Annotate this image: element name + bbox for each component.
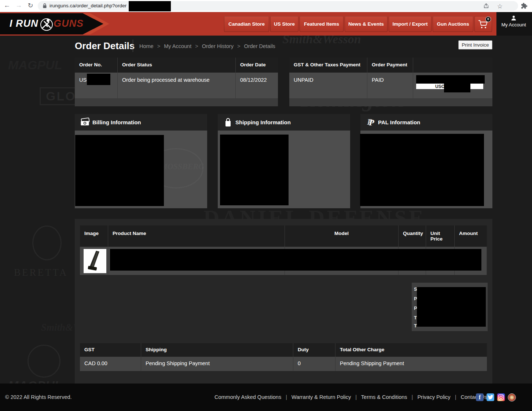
- column-header-quantity: Quantity: [399, 225, 426, 247]
- person-icon: [510, 15, 517, 21]
- order-no-cell: USO: [75, 73, 118, 98]
- print-invoice-button[interactable]: Print Invoice: [458, 40, 492, 49]
- table-footer-strip: [289, 98, 492, 106]
- breadcrumb: Home > My Account > Order History > Orde…: [139, 43, 278, 49]
- browser-forward-icon[interactable]: →: [14, 1, 23, 9]
- cart-button[interactable]: 0: [474, 16, 492, 32]
- column-header-product-name: Product Name: [108, 225, 285, 247]
- logo-text-guns: GUNS: [54, 18, 84, 29]
- redaction-box: [110, 249, 481, 271]
- billing-information-panel: Billing Information MOSSBERG: [75, 114, 207, 208]
- product-image-cell: [80, 247, 108, 275]
- charges-table: GST Shipping Duty Total Other Charge CAD…: [80, 343, 487, 371]
- lock-icon: [42, 3, 47, 9]
- column-header-order-date: Order Date: [236, 58, 278, 73]
- nav-item-import-export[interactable]: Import / Export: [389, 16, 432, 32]
- bookmark-star-icon[interactable]: ☆: [497, 3, 503, 10]
- order-status-cell: Order being processed at warehouse: [118, 73, 236, 98]
- share-icon[interactable]: [483, 3, 489, 9]
- extensions-puzzle-icon[interactable]: [520, 2, 528, 10]
- column-header-amount: Amount: [455, 225, 487, 247]
- gst-value-cell: CAD 0.00: [80, 357, 141, 371]
- page-footer: © 2022 All Rights Reserved. Commonly Ask…: [0, 384, 532, 411]
- redaction-box: [75, 135, 164, 206]
- order-date-cell: 08/12/2022: [236, 73, 278, 98]
- watermark-magpul-circle: [27, 345, 60, 378]
- cash-icon: [80, 117, 90, 127]
- breadcrumb-separator: >: [195, 43, 198, 49]
- nav-item-us-store[interactable]: US Store: [270, 16, 298, 32]
- footer-link-faq[interactable]: Commonly Asked Questions: [214, 394, 281, 400]
- main-navigation: I RUN GUNS Canadian Store US Store Featu…: [0, 12, 532, 36]
- facebook-icon[interactable]: f: [476, 393, 484, 401]
- redaction-box: [129, 1, 171, 11]
- column-header-order-no: Order No.: [75, 58, 118, 73]
- runner-icon: [38, 16, 55, 33]
- breadcrumb-my-account[interactable]: My Account: [164, 43, 191, 49]
- redaction-box: [87, 74, 110, 85]
- order-items-panel: Image Product Name Model Quantity Unit P…: [75, 219, 492, 384]
- copyright-text: © 2022 All Rights Reserved.: [5, 394, 72, 400]
- browser-back-icon[interactable]: ←: [2, 1, 12, 9]
- pal-information-title: PAL Information: [378, 119, 420, 125]
- gst-payment-status-cell: UNPAID: [289, 73, 367, 98]
- address-bar[interactable]: irunguns.ca/order_detail.php?order ☆: [38, 1, 518, 11]
- column-header-duty: Duty: [293, 343, 335, 357]
- breadcrumb-separator: >: [237, 43, 240, 49]
- instagram-icon[interactable]: [497, 393, 505, 401]
- summary-line-fragment: T: [414, 323, 417, 329]
- nav-item-featured-items[interactable]: Featured Items: [300, 16, 344, 32]
- url-text: irunguns.ca/order_detail.php?order: [49, 3, 126, 8]
- footer-link-separator: |: [455, 394, 456, 400]
- shipping-information-panel: Shipping Information: [218, 114, 350, 208]
- table-footer-strip: [75, 98, 278, 106]
- cart-count-badge: 0: [485, 16, 491, 22]
- nav-item-gun-auctions[interactable]: Gun Auctions: [433, 16, 473, 32]
- footer-link-separator: |: [355, 394, 357, 400]
- order-summary-table: Order No. Order Status Order Date USO Or…: [75, 58, 278, 106]
- watermark-beretta-circle: [32, 225, 62, 260]
- footer-link-separator: |: [412, 394, 413, 400]
- redaction-box: [416, 75, 485, 84]
- site-logo[interactable]: I RUN GUNS: [0, 13, 103, 34]
- twitter-icon[interactable]: [487, 393, 494, 401]
- nav-item-canadian-store[interactable]: Canadian Store: [224, 16, 269, 32]
- magazine-image: [84, 249, 106, 273]
- order-payment-status-cell: PAID: [367, 73, 413, 98]
- footer-link-separator: |: [286, 394, 287, 400]
- order-totals-summary: S P P T T: [412, 283, 488, 331]
- footer-links: Commonly Asked Questions | Warranty & Re…: [214, 394, 487, 400]
- footer-link-privacy[interactable]: Privacy Policy: [417, 394, 450, 400]
- page-title: Order Details: [75, 40, 135, 52]
- shipping-value-cell: Pending Shipping Payment: [141, 357, 293, 371]
- breadcrumb-home[interactable]: Home: [139, 43, 154, 49]
- barcode-cell: USO: [413, 73, 492, 98]
- column-header-order-payment: Order Payment: [367, 58, 413, 73]
- column-header-shipping: Shipping: [141, 343, 293, 357]
- redaction-box: [444, 84, 470, 92]
- product-thumbnail[interactable]: [84, 249, 106, 273]
- duty-value-cell: 0: [293, 357, 335, 371]
- nav-item-news-events[interactable]: News & Events: [345, 16, 388, 32]
- redaction-box: [220, 135, 289, 205]
- shipping-information-title: Shipping Information: [235, 119, 291, 125]
- watermark-mossberg: MOSSBERG: [160, 162, 204, 171]
- footer-link-terms[interactable]: Terms & Conditions: [361, 394, 407, 400]
- footer-link-warranty[interactable]: Warranty & Return Policy: [291, 394, 351, 400]
- total-other-charge-cell: Pending Shipping Payment: [335, 357, 487, 371]
- logo-text-irun: I RUN: [10, 18, 38, 29]
- breadcrumb-order-history[interactable]: Order History: [202, 43, 234, 49]
- shopping-bag-icon: [223, 117, 233, 127]
- my-account-button[interactable]: My Account: [498, 15, 530, 27]
- product-table: Image Product Name Model Quantity Unit P…: [80, 225, 487, 275]
- browser-reload-icon[interactable]: ↻: [26, 1, 35, 10]
- summary-line-fragment: T: [414, 315, 417, 320]
- column-header-total-other-charge: Total Other Charge: [335, 343, 487, 357]
- redaction-box: [360, 134, 484, 206]
- payment-table: GST & Other Taxes Payment Order Payment …: [289, 58, 492, 106]
- browser-toolbar: ← → ↻ irunguns.ca/order_detail.php?order…: [0, 0, 532, 12]
- column-header-order-status: Order Status: [118, 58, 236, 73]
- column-header-image: Image: [80, 225, 108, 247]
- breadcrumb-separator: >: [157, 43, 160, 49]
- brand-badge-icon[interactable]: [508, 393, 516, 401]
